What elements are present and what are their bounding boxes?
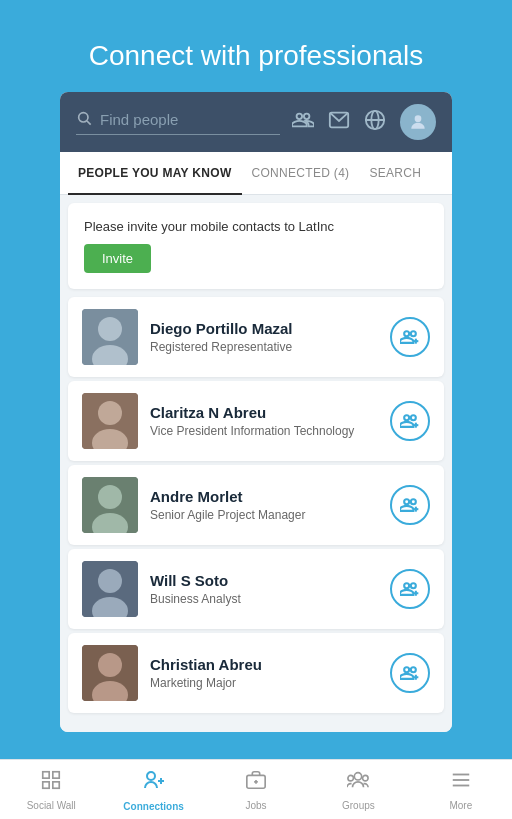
connect-button[interactable] [390,401,430,441]
person-info: Will S Soto Business Analyst [150,572,378,606]
person-title: Marketing Major [150,676,378,690]
person-info: Andre Morlet Senior Agile Project Manage… [150,488,378,522]
connect-button[interactable] [390,569,430,609]
tab-search[interactable]: SEARCH [359,152,431,194]
search-bar [60,92,452,152]
svg-point-43 [348,775,354,781]
tab-connected[interactable]: CONNECTED (4) [242,152,360,194]
svg-point-0 [79,112,88,121]
person-title: Senior Agile Project Manager [150,508,378,522]
person-card: Claritza N Abreu Vice President Informat… [68,381,444,461]
add-person-icon[interactable] [292,109,314,136]
tabs: PEOPLE YOU MAY KNOW CONNECTED (4) SEARCH [60,152,452,195]
more-icon [450,769,472,797]
connections-icon [142,768,166,798]
nav-more[interactable]: More [410,760,512,819]
nav-social-wall[interactable]: Social Wall [0,760,102,819]
nav-more-label: More [449,800,472,811]
person-card: Andre Morlet Senior Agile Project Manage… [68,465,444,545]
nav-connections[interactable]: Connections [102,760,204,819]
person-card: Christian Abreu Marketing Major [68,633,444,713]
nav-groups[interactable]: Groups [307,760,409,819]
avatar [82,393,138,449]
search-actions [292,104,436,140]
nav-jobs[interactable]: Jobs [205,760,307,819]
invite-button[interactable]: Invite [84,244,151,273]
person-title: Registered Representative [150,340,378,354]
avatar [82,645,138,701]
user-avatar[interactable] [400,104,436,140]
connect-button[interactable] [390,317,430,357]
nav-jobs-label: Jobs [245,800,266,811]
jobs-icon [245,769,267,797]
person-name: Christian Abreu [150,656,378,673]
search-input-wrapper[interactable] [76,110,280,135]
svg-point-6 [415,115,422,122]
avatar [82,561,138,617]
social-wall-icon [40,769,62,797]
svg-point-36 [147,772,155,780]
main-card: PEOPLE YOU MAY KNOW CONNECTED (4) SEARCH… [60,92,452,732]
avatar [82,477,138,533]
page-title: Connect with professionals [0,0,512,92]
person-info: Diego Portillo Mazal Registered Represen… [150,320,378,354]
avatar [82,309,138,365]
person-name: Diego Portillo Mazal [150,320,378,337]
svg-point-18 [98,485,122,509]
bottom-nav: Social Wall Connections Jobs [0,759,512,819]
invite-text: Please invite your mobile contacts to La… [84,219,428,234]
nav-groups-label: Groups [342,800,375,811]
search-input[interactable] [100,111,280,128]
groups-icon [347,769,369,797]
person-card: Diego Portillo Mazal Registered Represen… [68,297,444,377]
svg-point-44 [363,775,369,781]
person-name: Andre Morlet [150,488,378,505]
svg-point-28 [98,653,122,677]
nav-connections-label: Connections [123,801,184,812]
svg-rect-32 [43,771,49,777]
connect-button[interactable] [390,653,430,693]
person-title: Business Analyst [150,592,378,606]
svg-rect-35 [53,781,59,787]
person-name: Claritza N Abreu [150,404,378,421]
connect-button[interactable] [390,485,430,525]
person-info: Claritza N Abreu Vice President Informat… [150,404,378,438]
svg-point-23 [98,569,122,593]
svg-point-42 [355,772,362,779]
globe-icon[interactable] [364,109,386,136]
person-name: Will S Soto [150,572,378,589]
svg-rect-33 [53,771,59,777]
message-icon[interactable] [328,109,350,136]
content-area: Please invite your mobile contacts to La… [60,195,452,732]
svg-point-8 [98,317,122,341]
tab-people-you-may-know[interactable]: PEOPLE YOU MAY KNOW [68,152,242,194]
person-info: Christian Abreu Marketing Major [150,656,378,690]
svg-line-1 [87,121,91,125]
svg-rect-34 [43,781,49,787]
invite-banner: Please invite your mobile contacts to La… [68,203,444,289]
svg-point-13 [98,401,122,425]
nav-social-wall-label: Social Wall [27,800,76,811]
search-icon [76,110,92,130]
person-card: Will S Soto Business Analyst [68,549,444,629]
person-title: Vice President Information Technology [150,424,378,438]
